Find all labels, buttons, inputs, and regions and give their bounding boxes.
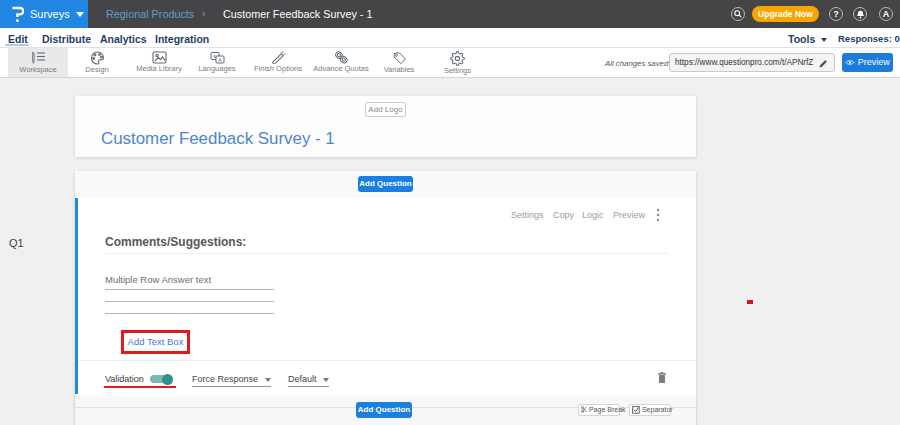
svg-text:s: s [213,53,216,59]
svg-text:A: A [218,57,222,63]
